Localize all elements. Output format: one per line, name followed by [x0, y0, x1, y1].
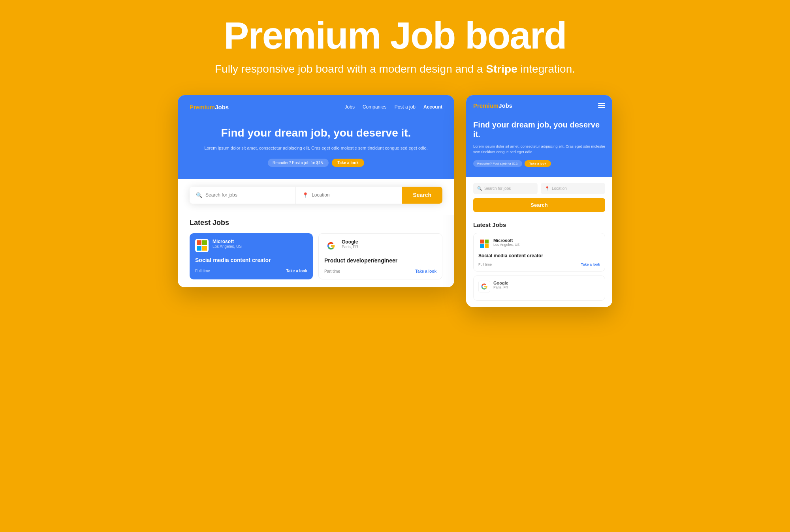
page-subtitle: Fully responsive job board with a modern…	[215, 63, 575, 75]
mobile-job-header-microsoft: Microsoft Los Angeles, US	[478, 238, 600, 250]
mobile-nav: PremiumJobs	[473, 102, 605, 109]
mobile-microsoft-job-title: Social media content creator	[478, 253, 600, 259]
google-g-svg	[327, 242, 335, 250]
mobile-job-header-google: Google Paris, FR	[478, 281, 600, 292]
microsoft-logo	[195, 239, 209, 252]
google-location: Paris, FR	[342, 245, 358, 249]
mobile-hero-desc: Lorem ipsum dolor sit amet, consectetur …	[473, 144, 605, 155]
mobile-microsoft-type: Full time	[478, 262, 492, 266]
mobile-brand-logo: PremiumJobs	[473, 102, 512, 109]
mobile-google-info: Google Paris, FR	[493, 281, 508, 289]
mobile-cta-button[interactable]: Take a look	[525, 160, 551, 167]
brand-premium: Premium	[190, 104, 215, 111]
microsoft-job-type: Full time	[195, 269, 210, 273]
ms-blue-square	[197, 246, 201, 251]
mobile-mockup: PremiumJobs Find your dream job, you des…	[466, 95, 612, 307]
mobile-hero-section: PremiumJobs Find your dream job, you des…	[466, 95, 612, 187]
mobile-microsoft-cta[interactable]: Take a look	[581, 262, 600, 266]
subtitle-suffix: integration.	[521, 63, 576, 75]
mobile-latest-jobs: Latest Jobs Microsoft Los Angeles, US S	[466, 216, 612, 307]
google-job-type: Part time	[324, 269, 340, 273]
mobile-cta-badge: Recruiter? Post a job for $15.	[473, 160, 522, 167]
ms-red-square	[197, 240, 201, 245]
mobile-location-placeholder: Location	[552, 186, 567, 191]
microsoft-name: Microsoft	[213, 239, 242, 244]
mobile-search-icon: 🔍	[477, 186, 482, 191]
mobile-brand-premium: Premium	[473, 102, 498, 109]
search-icon: 🔍	[196, 192, 202, 198]
desktop-mockup: PremiumJobs Jobs Companies Post a job Ac…	[178, 95, 454, 287]
stripe-brand: Stripe	[486, 63, 517, 75]
mobile-location-field[interactable]: 📍 Location	[541, 183, 605, 194]
desktop-jobs-grid: Microsoft Los Angeles, US Social media c…	[190, 233, 442, 279]
mobile-microsoft-info: Microsoft Los Angeles, US	[493, 238, 520, 247]
google-name: Google	[342, 239, 358, 245]
desktop-search-bar: 🔍 📍 Search	[190, 187, 442, 204]
microsoft-job-title: Social media content creator	[195, 257, 307, 263]
desktop-nav-links: Jobs Companies Post a job	[345, 104, 416, 110]
mobile-microsoft-logo	[478, 238, 490, 250]
hamburger-line-2	[598, 105, 605, 106]
mobile-cta-row: Recruiter? Post a job for $15. Take a lo…	[473, 160, 605, 167]
page-headline: Premium Job board	[224, 16, 566, 56]
mobile-hero-title: Find your dream job, you deserve it.	[473, 120, 605, 139]
mobile-search-field[interactable]: 🔍 Search for jobs	[473, 183, 538, 194]
mobile-ms-blue	[480, 244, 484, 248]
job-card-microsoft-inner: Microsoft Los Angeles, US Social media c…	[190, 233, 313, 279]
google-take-look[interactable]: Take a look	[415, 269, 436, 273]
nav-link-post[interactable]: Post a job	[395, 104, 416, 110]
search-input[interactable]	[205, 192, 289, 198]
hamburger-icon[interactable]	[598, 103, 605, 108]
microsoft-company-info: Microsoft Los Angeles, US	[213, 239, 242, 249]
desktop-location-field[interactable]: 📍	[296, 187, 402, 204]
mobile-microsoft-name: Microsoft	[493, 238, 520, 243]
mockups-container: PremiumJobs Jobs Companies Post a job Ac…	[118, 95, 672, 307]
desktop-hero-desc: Lorem ipsum dolor sit amet, consectetur …	[190, 145, 442, 152]
subtitle-prefix: Fully responsive job board with a modern…	[215, 63, 483, 75]
brand-jobs: Jobs	[215, 104, 229, 111]
mobile-google-location: Paris, FR	[493, 285, 508, 289]
desktop-search-wrapper: 🔍 📍 Search	[178, 179, 454, 215]
hamburger-line-3	[598, 107, 605, 108]
desktop-search-button[interactable]: Search	[402, 187, 442, 204]
job-card-google-inner: Google Paris, FR Product developer/engin…	[319, 234, 442, 279]
google-card-footer: Part time Take a look	[324, 269, 436, 273]
mobile-microsoft-location: Los Angeles, US	[493, 243, 520, 247]
mobile-google-logo	[478, 281, 490, 292]
job-card-microsoft: Microsoft Los Angeles, US Social media c…	[190, 233, 313, 279]
job-card-google-header: Google Paris, FR	[324, 239, 436, 253]
google-job-title: Product developer/engineer	[324, 257, 436, 264]
location-icon: 📍	[302, 192, 308, 198]
desktop-hero-section: PremiumJobs Jobs Companies Post a job Ac…	[178, 95, 454, 191]
mobile-job-card-google: Google Paris, FR	[473, 275, 605, 301]
desktop-nav: PremiumJobs Jobs Companies Post a job Ac…	[190, 104, 442, 111]
location-input[interactable]	[312, 192, 395, 198]
job-card-google: Google Paris, FR Product developer/engin…	[318, 233, 442, 279]
desktop-cta-badge: Recruiter? Post a job for $15.	[268, 159, 329, 167]
desktop-latest-jobs: Latest Jobs Microsoft	[178, 215, 454, 287]
nav-link-jobs[interactable]: Jobs	[345, 104, 355, 110]
mobile-search-top: 🔍 Search for jobs 📍 Location	[473, 183, 605, 194]
ms-yellow-square	[202, 246, 207, 251]
microsoft-location: Los Angeles, US	[213, 244, 242, 249]
mobile-brand-jobs: Jobs	[498, 102, 512, 109]
job-card-microsoft-header: Microsoft Los Angeles, US	[195, 239, 307, 252]
mobile-microsoft-footer: Full time Take a look	[478, 262, 600, 266]
desktop-search-field[interactable]: 🔍	[190, 187, 296, 204]
mobile-search-section: 🔍 Search for jobs 📍 Location Search	[466, 177, 612, 216]
ms-green-square	[202, 240, 207, 245]
desktop-cta-button[interactable]: Take a look	[332, 159, 364, 167]
microsoft-take-look[interactable]: Take a look	[286, 269, 307, 273]
mobile-jobs-title: Latest Jobs	[473, 221, 605, 228]
nav-link-companies[interactable]: Companies	[363, 104, 387, 110]
mobile-job-card-microsoft: Microsoft Los Angeles, US Social media c…	[473, 233, 605, 272]
nav-account[interactable]: Account	[423, 104, 442, 110]
mobile-google-name: Google	[493, 281, 508, 285]
desktop-brand-logo: PremiumJobs	[190, 104, 229, 111]
google-company-info: Google Paris, FR	[342, 239, 358, 249]
mobile-search-button[interactable]: Search	[473, 198, 605, 212]
mobile-ms-green	[485, 240, 489, 244]
mobile-google-svg	[481, 283, 488, 290]
desktop-hero-title: Find your dream job, you deserve it.	[190, 126, 442, 140]
desktop-cta-row: Recruiter? Post a job for $15. Take a lo…	[190, 159, 442, 167]
